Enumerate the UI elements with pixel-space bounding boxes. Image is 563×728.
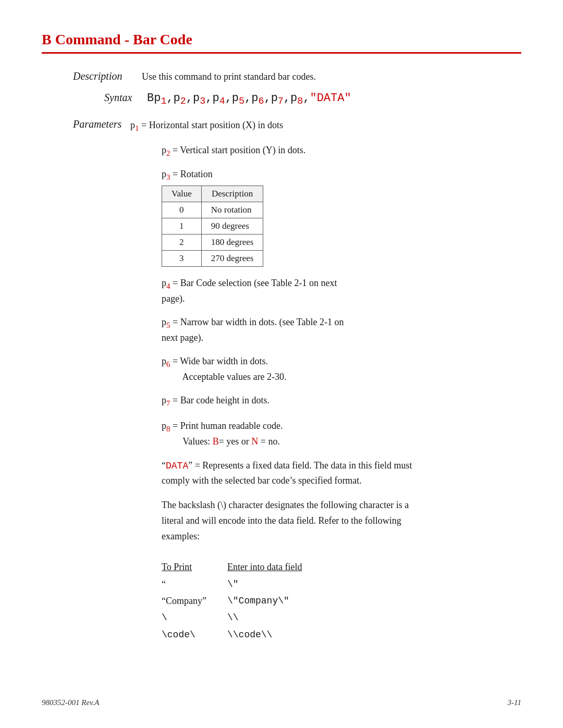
description-text: Use this command to print standard bar c…	[142, 71, 316, 82]
description-label: Description	[73, 70, 136, 82]
param-p1-row: Parameters p1 = Horizontal start positio…	[73, 118, 521, 134]
example-row-1: “ \"	[162, 576, 323, 593]
param-p6-row: p6 = Wide bar width in dots. Acceptable …	[73, 354, 521, 384]
param-p4-desc: p4 = Bar Code selection (see Table 2-1 o…	[162, 276, 360, 306]
example-print-2: “Company”	[162, 593, 227, 609]
description-section: Description Use this command to print st…	[73, 70, 521, 82]
rotation-desc-0: No rotation	[201, 202, 263, 218]
examples-table: To Print Enter into data field “ \" “Com…	[162, 559, 323, 643]
footer-right: 3-11	[508, 698, 521, 707]
param-p3-row: p3 = Rotation Value Description 0 No rot…	[73, 169, 521, 267]
examples-col1-header: To Print	[162, 559, 227, 575]
rotation-desc-1: 90 degrees	[201, 218, 263, 235]
param-p8-row: p8 = Print human readable code. Values: …	[73, 419, 521, 449]
syntax-label: Syntax	[104, 92, 141, 104]
backslash-note: The backslash (\) character designates t…	[162, 498, 433, 544]
param-p1-desc: p1 = Horizontal start position (X) in do…	[130, 118, 521, 134]
page-title: B Command - Bar Code	[42, 31, 521, 54]
param-p8-desc: p8 = Print human readable code. Values: …	[162, 419, 381, 449]
table-row: 3 270 degrees	[162, 251, 263, 267]
example-enter-4: \\code\\	[227, 626, 323, 643]
syntax-value: Bp1,p2,p3,p4,p5,p6,p7,p8,"DATA"	[147, 92, 351, 107]
rotation-desc-2: 180 degrees	[201, 235, 263, 251]
param-p2-row: p2 = Vertical start position (Y) in dots…	[73, 143, 521, 159]
table-row: 1 90 degrees	[162, 218, 263, 235]
data-field-note: “DATA” = Represents a fixed data field. …	[162, 458, 433, 489]
example-row-2: “Company” \"Company\"	[162, 593, 323, 609]
param-p5-row: p5 = Narrow bar width in dots. (see Tabl…	[73, 315, 521, 345]
example-print-4: \code\	[162, 626, 227, 643]
table-row: 0 No rotation	[162, 202, 263, 218]
param-p2-desc: p2 = Vertical start position (Y) in dots…	[162, 143, 521, 159]
example-row-4: \code\ \\code\\	[162, 626, 323, 643]
examples-col2-header: Enter into data field	[227, 559, 323, 575]
rotation-value-0: 0	[162, 202, 202, 218]
example-enter-2: \"Company\"	[227, 593, 323, 609]
param-p5-desc: p5 = Narrow bar width in dots. (see Tabl…	[162, 315, 360, 345]
rotation-desc-3: 270 degrees	[201, 251, 263, 267]
footer-left: 980352-001 Rev.A	[42, 698, 100, 707]
footer: 980352-001 Rev.A 3-11	[42, 698, 521, 707]
page: B Command - Bar Code Description Use thi…	[0, 0, 563, 728]
example-print-3: \	[162, 609, 227, 626]
syntax-section: Syntax Bp1,p2,p3,p4,p5,p6,p7,p8,"DATA"	[104, 92, 521, 107]
rotation-col-value: Value	[162, 186, 202, 202]
example-print-1: “	[162, 576, 227, 593]
rotation-value-2: 2	[162, 235, 202, 251]
param-p4-row: p4 = Bar Code selection (see Table 2-1 o…	[73, 276, 521, 306]
example-enter-1: \"	[227, 576, 323, 593]
parameters-label: Parameters	[73, 118, 121, 130]
rotation-value-1: 1	[162, 218, 202, 235]
param-p3-desc: p3 = Rotation Value Description 0 No rot…	[162, 169, 263, 267]
example-row-3: \ \\	[162, 609, 323, 626]
param-p7-row: p7 = Bar code height in dots.	[73, 393, 521, 409]
table-row: 2 180 degrees	[162, 235, 263, 251]
examples-section: To Print Enter into data field “ \" “Com…	[162, 559, 521, 643]
rotation-table: Value Description 0 No rotation 1 90 deg…	[162, 186, 263, 267]
rotation-value-3: 3	[162, 251, 202, 267]
param-p7-desc: p7 = Bar code height in dots.	[162, 393, 360, 409]
example-enter-3: \\	[227, 609, 323, 626]
parameters-section: Parameters p1 = Horizontal start positio…	[73, 118, 521, 643]
param-p6-desc: p6 = Wide bar width in dots. Acceptable …	[162, 354, 360, 384]
rotation-col-description: Description	[201, 186, 263, 202]
